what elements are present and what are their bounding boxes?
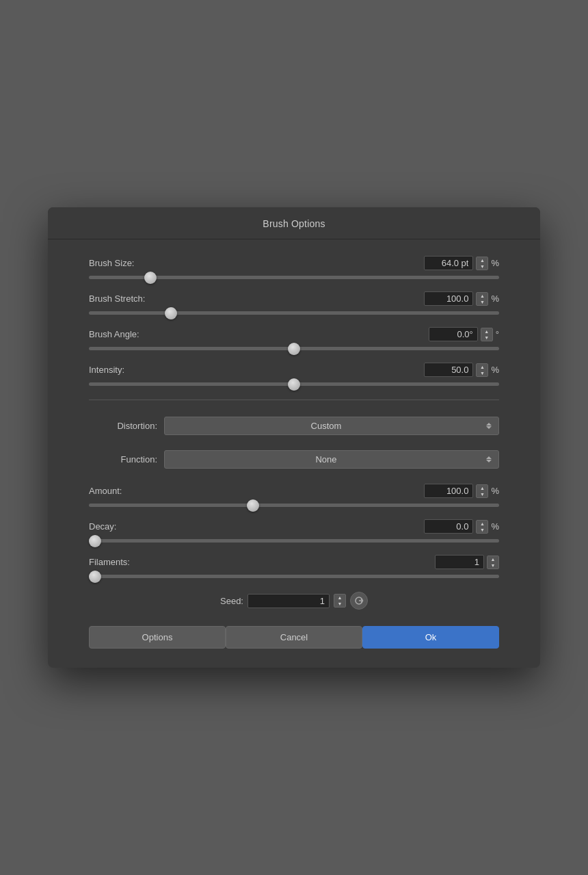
filaments-slider[interactable]: [89, 575, 499, 578]
brush-angle-input[interactable]: [429, 327, 478, 341]
brush-size-control: ▲ ▼ %: [424, 256, 499, 270]
filaments-control: ▲ ▼: [435, 555, 499, 569]
brush-size-thumb[interactable]: [144, 272, 157, 284]
filaments-spinner[interactable]: ▲ ▼: [487, 556, 499, 569]
amount-thumb[interactable]: [247, 499, 259, 512]
brush-size-input[interactable]: [424, 256, 473, 270]
function-arrow-up: [486, 456, 492, 459]
seed-label: Seed:: [220, 596, 243, 606]
seed-row: Seed: ▲ ▼: [89, 592, 499, 610]
brush-stretch-label: Brush Stretch:: [89, 293, 145, 304]
function-arrow-down: [486, 460, 492, 462]
seed-refresh-button[interactable]: [350, 592, 368, 610]
brush-options-dialog: Brush Options Brush Size: ▲ ▼ %: [48, 207, 540, 668]
filaments-input[interactable]: [435, 555, 484, 569]
title-bar: Brush Options: [48, 207, 540, 239]
filaments-label: Filaments:: [89, 557, 130, 567]
distortion-row: Distortion: Custom: [89, 417, 499, 435]
brush-stretch-input[interactable]: [424, 291, 473, 306]
brush-size-unit: %: [491, 258, 499, 268]
filaments-spin-down[interactable]: ▼: [487, 562, 498, 569]
amount-label: Amount:: [89, 486, 122, 496]
brush-stretch-spinner[interactable]: ▲ ▼: [476, 292, 488, 306]
brush-angle-spin-down[interactable]: ▼: [481, 335, 492, 341]
intensity-control: ▲ ▼ %: [424, 363, 499, 377]
options-button[interactable]: Options: [89, 626, 226, 649]
intensity-input[interactable]: [424, 363, 473, 377]
filaments-thumb[interactable]: [89, 571, 101, 583]
amount-unit: %: [491, 486, 499, 496]
brush-size-label: Brush Size:: [89, 258, 134, 268]
brush-size-spin-down[interactable]: ▼: [477, 263, 487, 270]
distortion-arrow-down: [486, 426, 492, 429]
brush-stretch-control: ▲ ▼ %: [424, 291, 499, 306]
function-row: Function: None: [89, 450, 499, 469]
brush-stretch-thumb[interactable]: [165, 307, 177, 319]
brush-stretch-spin-up[interactable]: ▲: [477, 293, 487, 299]
distortion-arrow: [486, 423, 492, 429]
brush-size-header: Brush Size: ▲ ▼ %: [89, 256, 499, 270]
distortion-select[interactable]: Custom: [164, 417, 499, 435]
amount-spin-up[interactable]: ▲: [477, 485, 487, 491]
dialog-content: Brush Size: ▲ ▼ % Brush Stretch:: [48, 239, 540, 610]
distortion-label: Distortion:: [89, 421, 157, 431]
intensity-label: Intensity:: [89, 365, 124, 375]
brush-angle-row: Brush Angle: ▲ ▼ °: [89, 327, 499, 350]
seed-spin-down[interactable]: ▼: [334, 601, 345, 607]
seed-spin-up[interactable]: ▲: [334, 595, 345, 601]
brush-angle-spin-up[interactable]: ▲: [481, 328, 492, 335]
section-divider: [89, 400, 499, 400]
decay-spin-up[interactable]: ▲: [477, 521, 487, 527]
seed-spinner[interactable]: ▲ ▼: [334, 594, 346, 608]
decay-slider[interactable]: [89, 539, 499, 543]
amount-row: Amount: ▲ ▼ %: [89, 484, 499, 507]
brush-angle-label: Brush Angle:: [89, 329, 139, 339]
filaments-header: Filaments: ▲ ▼: [89, 555, 499, 569]
amount-slider[interactable]: [89, 504, 499, 507]
brush-stretch-spin-down[interactable]: ▼: [477, 299, 487, 305]
distortion-value: Custom: [172, 421, 481, 431]
brush-angle-thumb[interactable]: [288, 343, 300, 355]
amount-spinner[interactable]: ▲ ▼: [476, 484, 488, 498]
filaments-spin-up[interactable]: ▲: [487, 556, 498, 562]
decay-control: ▲ ▼ %: [424, 519, 499, 534]
function-select[interactable]: None: [164, 450, 499, 469]
function-arrow: [486, 456, 492, 462]
decay-label: Decay:: [89, 521, 116, 532]
decay-input[interactable]: [424, 519, 473, 534]
brush-angle-spinner[interactable]: ▲ ▼: [481, 328, 493, 341]
cancel-button[interactable]: Cancel: [226, 626, 362, 649]
intensity-spin-down[interactable]: ▼: [477, 370, 487, 376]
decay-header: Decay: ▲ ▼ %: [89, 519, 499, 534]
decay-unit: %: [491, 521, 499, 532]
button-row: Options Cancel Ok: [48, 626, 540, 649]
intensity-spinner[interactable]: ▲ ▼: [476, 363, 488, 377]
amount-input[interactable]: [424, 484, 473, 498]
brush-angle-slider[interactable]: [89, 347, 499, 350]
intensity-thumb[interactable]: [288, 378, 300, 391]
decay-thumb[interactable]: [89, 535, 101, 547]
intensity-spin-up[interactable]: ▲: [477, 364, 487, 370]
intensity-slider[interactable]: [89, 382, 499, 386]
brush-size-spin-up[interactable]: ▲: [477, 257, 487, 263]
intensity-row: Intensity: ▲ ▼ %: [89, 363, 499, 386]
decay-spinner[interactable]: ▲ ▼: [476, 520, 488, 534]
amount-control: ▲ ▼ %: [424, 484, 499, 498]
decay-spin-down[interactable]: ▼: [477, 527, 487, 533]
brush-angle-control: ▲ ▼ °: [429, 327, 499, 341]
intensity-unit: %: [491, 365, 499, 375]
intensity-header: Intensity: ▲ ▼ %: [89, 363, 499, 377]
brush-stretch-slider[interactable]: [89, 311, 499, 315]
distortion-arrow-up: [486, 423, 492, 426]
function-value: None: [172, 454, 481, 465]
function-label: Function:: [89, 454, 157, 465]
brush-angle-unit: °: [496, 329, 499, 339]
brush-stretch-row: Brush Stretch: ▲ ▼ %: [89, 291, 499, 315]
brush-size-spinner[interactable]: ▲ ▼: [476, 257, 488, 270]
dialog-title: Brush Options: [48, 218, 540, 229]
brush-size-slider[interactable]: [89, 276, 499, 279]
amount-spin-down[interactable]: ▼: [477, 491, 487, 497]
ok-button[interactable]: Ok: [362, 626, 499, 649]
seed-input[interactable]: [248, 594, 330, 608]
decay-row: Decay: ▲ ▼ %: [89, 519, 499, 543]
